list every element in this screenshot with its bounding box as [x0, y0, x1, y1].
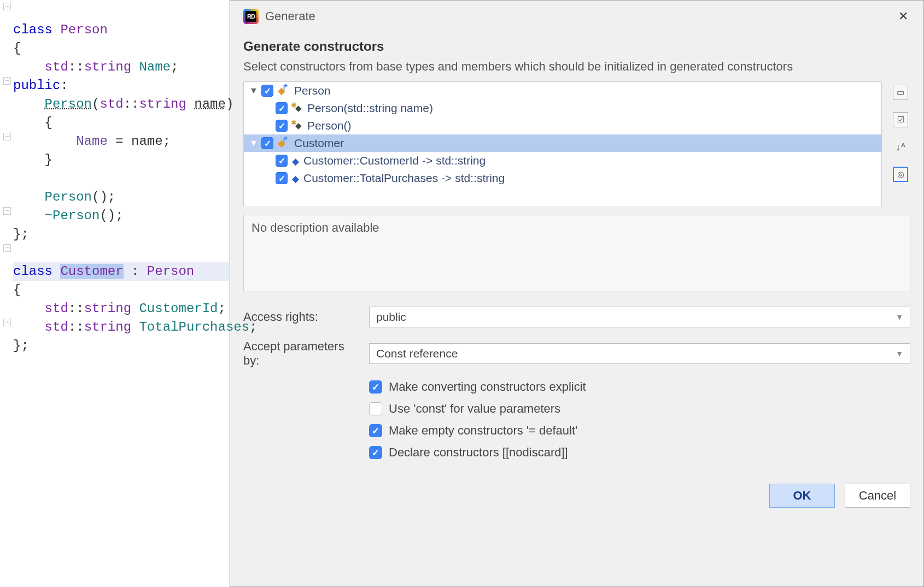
checkbox[interactable]: ✓ — [369, 402, 382, 415]
opt-const-value[interactable]: ✓ Use 'const' for value parameters — [369, 402, 910, 416]
checkbox[interactable]: ✓ — [369, 446, 382, 459]
tree-label: Customer::TotalPurchases -> std::string — [303, 172, 505, 185]
tree-label: Customer — [294, 137, 344, 150]
ok-button[interactable]: OK — [769, 484, 835, 508]
checkbox[interactable]: ✓ — [276, 102, 288, 114]
checkbox-label: Declare constructors [[nodiscard]] — [389, 445, 568, 460]
tree-tools: ▭ ☑ ↓ᴬ ◎ — [891, 81, 910, 207]
tree-node-person[interactable]: ▼ ✓ Person — [244, 82, 881, 99]
fold-icon[interactable]: − — [3, 3, 11, 10]
tree-label: Customer::CustomerId -> std::string — [303, 154, 486, 167]
dialog-subtitle: Select constructors from base types and … — [243, 60, 910, 74]
accept-params-select[interactable]: Const reference ▼ — [369, 343, 910, 364]
gutter: − − − − − − — [0, 0, 12, 587]
member-tree[interactable]: ▼ ✓ Person ✓ Person(std::string name) ✓ … — [243, 81, 882, 207]
accept-params-row: Accept parameters by: Const reference ▼ — [243, 339, 910, 368]
expand-icon[interactable]: ▼ — [249, 138, 257, 148]
tree-label: Person — [294, 84, 331, 97]
cancel-button[interactable]: Cancel — [845, 484, 910, 508]
checkbox[interactable]: ✓ — [369, 380, 382, 394]
opt-nodiscard[interactable]: ✓ Declare constructors [[nodiscard]] — [369, 445, 910, 460]
checkbox[interactable]: ✓ — [261, 137, 273, 149]
tree-node-field2[interactable]: ✓ Customer::TotalPurchases -> std::strin… — [244, 169, 881, 187]
select-value: public — [376, 310, 406, 324]
member-name: Name — [139, 60, 171, 74]
tree-node-field1[interactable]: ✓ Customer::CustomerId -> std::string — [244, 152, 881, 169]
titlebar: Generate ✕ — [243, 1, 910, 36]
close-icon[interactable]: ✕ — [896, 6, 910, 27]
select-all-icon[interactable]: ☑ — [893, 112, 908, 127]
class-icon — [278, 86, 290, 96]
dialog-title: Generate — [265, 9, 315, 24]
generate-dialog: Generate ✕ Generate constructors Select … — [230, 0, 924, 587]
select-value: Const reference — [376, 347, 458, 360]
opt-empty-default[interactable]: ✓ Make empty constructors '= default' — [369, 424, 910, 438]
checkbox[interactable]: ✓ — [261, 85, 273, 97]
opt-explicit[interactable]: ✓ Make converting constructors explicit — [369, 380, 910, 394]
filter-icon[interactable]: ◎ — [893, 167, 908, 182]
constructor-icon — [292, 103, 303, 113]
root: − − − − − − class Person { std::string N… — [0, 0, 924, 587]
tree-label: Person() — [307, 119, 352, 132]
accept-params-label: Accept parameters by: — [243, 339, 358, 368]
chevron-down-icon: ▼ — [896, 349, 903, 358]
tree-section: ▼ ✓ Person ✓ Person(std::string name) ✓ … — [243, 81, 910, 207]
collapse-all-icon[interactable]: ▭ — [893, 85, 908, 100]
dialog-heading: Generate constructors — [243, 39, 910, 54]
tree-node-ctor1[interactable]: ✓ Person(std::string name) — [244, 99, 881, 117]
checkbox-label: Make converting constructors explicit — [389, 380, 586, 394]
access-rights-select[interactable]: public ▼ — [369, 307, 910, 327]
tree-node-ctor2[interactable]: ✓ Person() — [244, 117, 881, 134]
type-customer: Customer — [60, 264, 123, 279]
code-editor[interactable]: − − − − − − class Person { std::string N… — [0, 0, 230, 587]
access-rights-label: Access rights: — [243, 310, 358, 324]
fold-icon[interactable]: − — [3, 319, 11, 326]
rider-icon — [243, 9, 259, 24]
form: Access rights: public ▼ Accept parameter… — [243, 307, 910, 467]
access-rights-row: Access rights: public ▼ — [243, 307, 910, 327]
checkbox[interactable]: ✓ — [369, 424, 382, 437]
description-text: No description available — [252, 221, 379, 234]
checkbox-label: Use 'const' for value parameters — [389, 402, 560, 416]
fold-icon[interactable]: − — [3, 77, 11, 85]
ctor-person: Person — [45, 97, 92, 111]
checkbox[interactable]: ✓ — [276, 172, 288, 184]
field-icon — [292, 172, 299, 185]
checkbox-label: Make empty constructors '= default' — [389, 424, 577, 438]
dialog-buttons: OK Cancel — [243, 484, 910, 508]
fold-icon[interactable]: − — [3, 207, 11, 215]
constructor-icon — [292, 121, 303, 131]
chevron-down-icon: ▼ — [896, 313, 903, 321]
tree-label: Person(std::string name) — [307, 102, 433, 115]
type-person: Person — [60, 22, 107, 37]
checkbox[interactable]: ✓ — [276, 155, 288, 167]
checkbox[interactable]: ✓ — [276, 120, 288, 132]
fold-icon[interactable]: − — [3, 244, 11, 252]
tree-node-customer[interactable]: ▼ ✓ Customer — [244, 134, 881, 152]
kw-class: class — [13, 22, 52, 37]
fold-icon[interactable]: − — [3, 133, 11, 140]
class-icon — [278, 138, 290, 148]
code-area[interactable]: class Person { std::string Name; public:… — [0, 2, 229, 355]
field-icon — [292, 154, 299, 167]
expand-icon[interactable]: ▼ — [249, 86, 257, 96]
sort-az-icon[interactable]: ↓ᴬ — [893, 139, 908, 155]
description-box: No description available — [243, 215, 910, 291]
